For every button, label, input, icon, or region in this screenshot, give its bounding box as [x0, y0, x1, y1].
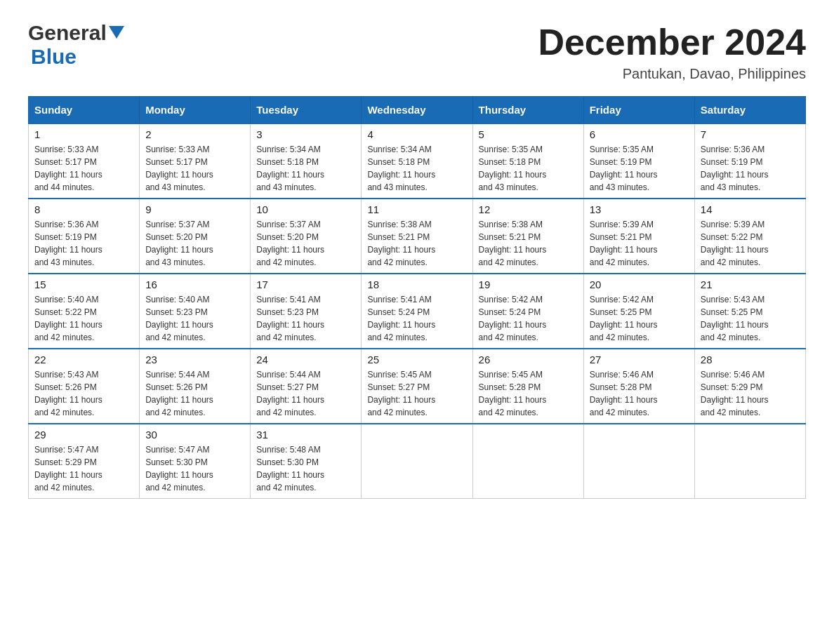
calendar-day-7: 7Sunrise: 5:36 AMSunset: 5:19 PMDaylight…	[694, 123, 805, 199]
logo-blue-text: Blue	[28, 45, 77, 68]
day-info: Sunrise: 5:34 AMSunset: 5:18 PMDaylight:…	[256, 143, 355, 194]
location-text: Pantukan, Davao, Philippines	[538, 66, 806, 82]
day-number: 14	[701, 203, 800, 215]
day-info: Sunrise: 5:33 AMSunset: 5:17 PMDaylight:…	[34, 143, 133, 194]
calendar-day-22: 22Sunrise: 5:43 AMSunset: 5:26 PMDayligh…	[29, 349, 140, 424]
day-number: 17	[256, 279, 355, 290]
day-info: Sunrise: 5:42 AMSunset: 5:25 PMDaylight:…	[590, 293, 689, 344]
day-info: Sunrise: 5:36 AMSunset: 5:19 PMDaylight:…	[701, 143, 800, 194]
day-number: 23	[145, 354, 244, 365]
calendar-day-13: 13Sunrise: 5:39 AMSunset: 5:21 PMDayligh…	[583, 199, 694, 274]
day-number: 25	[367, 354, 466, 365]
day-number: 2	[145, 128, 244, 140]
day-number: 22	[34, 354, 133, 365]
day-number: 18	[367, 279, 466, 290]
calendar-day-6: 6Sunrise: 5:35 AMSunset: 5:19 PMDaylight…	[583, 123, 694, 199]
day-number: 13	[590, 203, 689, 215]
calendar-week-row-5: 29Sunrise: 5:47 AMSunset: 5:29 PMDayligh…	[29, 424, 806, 499]
day-number: 4	[367, 128, 466, 140]
calendar-day-2: 2Sunrise: 5:33 AMSunset: 5:17 PMDaylight…	[140, 123, 251, 199]
day-info: Sunrise: 5:46 AMSunset: 5:28 PMDaylight:…	[590, 368, 689, 419]
calendar-empty-cell	[362, 424, 472, 499]
day-info: Sunrise: 5:47 AMSunset: 5:29 PMDaylight:…	[34, 443, 133, 494]
calendar-empty-cell	[694, 424, 805, 499]
calendar-day-5: 5Sunrise: 5:35 AMSunset: 5:18 PMDaylight…	[472, 123, 583, 199]
day-number: 8	[34, 203, 133, 215]
calendar-header-sunday: Sunday	[29, 97, 140, 124]
day-number: 28	[701, 354, 800, 365]
day-number: 21	[701, 279, 800, 290]
day-info: Sunrise: 5:41 AMSunset: 5:24 PMDaylight:…	[367, 293, 466, 344]
day-number: 12	[479, 203, 578, 215]
calendar-week-row-2: 8Sunrise: 5:36 AMSunset: 5:19 PMDaylight…	[29, 199, 806, 274]
day-info: Sunrise: 5:39 AMSunset: 5:22 PMDaylight:…	[701, 218, 800, 269]
calendar-day-4: 4Sunrise: 5:34 AMSunset: 5:18 PMDaylight…	[362, 123, 472, 199]
day-number: 11	[367, 203, 466, 215]
day-number: 15	[34, 279, 133, 290]
svg-marker-0	[109, 26, 124, 39]
day-info: Sunrise: 5:38 AMSunset: 5:21 PMDaylight:…	[367, 218, 466, 269]
calendar-table: SundayMondayTuesdayWednesdayThursdayFrid…	[28, 96, 806, 499]
calendar-day-27: 27Sunrise: 5:46 AMSunset: 5:28 PMDayligh…	[583, 349, 694, 424]
calendar-day-1: 1Sunrise: 5:33 AMSunset: 5:17 PMDaylight…	[29, 123, 140, 199]
calendar-day-17: 17Sunrise: 5:41 AMSunset: 5:23 PMDayligh…	[251, 274, 362, 349]
day-info: Sunrise: 5:46 AMSunset: 5:29 PMDaylight:…	[701, 368, 800, 419]
day-info: Sunrise: 5:37 AMSunset: 5:20 PMDaylight:…	[256, 218, 355, 269]
day-number: 3	[256, 128, 355, 140]
day-info: Sunrise: 5:47 AMSunset: 5:30 PMDaylight:…	[145, 443, 244, 494]
day-number: 30	[145, 429, 244, 441]
day-number: 19	[479, 279, 578, 290]
day-number: 20	[590, 279, 689, 290]
day-info: Sunrise: 5:39 AMSunset: 5:21 PMDaylight:…	[590, 218, 689, 269]
page-header: General Blue December 2024 Pantukan, Dav…	[28, 21, 806, 82]
calendar-day-18: 18Sunrise: 5:41 AMSunset: 5:24 PMDayligh…	[362, 274, 472, 349]
calendar-day-20: 20Sunrise: 5:42 AMSunset: 5:25 PMDayligh…	[583, 274, 694, 349]
calendar-day-12: 12Sunrise: 5:38 AMSunset: 5:21 PMDayligh…	[472, 199, 583, 274]
calendar-day-9: 9Sunrise: 5:37 AMSunset: 5:20 PMDaylight…	[140, 199, 251, 274]
day-info: Sunrise: 5:48 AMSunset: 5:30 PMDaylight:…	[256, 443, 355, 494]
calendar-empty-cell	[472, 424, 583, 499]
calendar-header-saturday: Saturday	[694, 97, 805, 124]
day-info: Sunrise: 5:42 AMSunset: 5:24 PMDaylight:…	[479, 293, 578, 344]
day-info: Sunrise: 5:38 AMSunset: 5:21 PMDaylight:…	[479, 218, 578, 269]
calendar-day-19: 19Sunrise: 5:42 AMSunset: 5:24 PMDayligh…	[472, 274, 583, 349]
day-number: 16	[145, 279, 244, 290]
calendar-empty-cell	[583, 424, 694, 499]
day-number: 10	[256, 203, 355, 215]
day-info: Sunrise: 5:44 AMSunset: 5:27 PMDaylight:…	[256, 368, 355, 419]
calendar-header-friday: Friday	[583, 97, 694, 124]
calendar-day-10: 10Sunrise: 5:37 AMSunset: 5:20 PMDayligh…	[251, 199, 362, 274]
day-info: Sunrise: 5:43 AMSunset: 5:26 PMDaylight:…	[34, 368, 133, 419]
calendar-header-wednesday: Wednesday	[362, 97, 472, 124]
calendar-day-23: 23Sunrise: 5:44 AMSunset: 5:26 PMDayligh…	[140, 349, 251, 424]
calendar-day-31: 31Sunrise: 5:48 AMSunset: 5:30 PMDayligh…	[251, 424, 362, 499]
calendar-day-25: 25Sunrise: 5:45 AMSunset: 5:27 PMDayligh…	[362, 349, 472, 424]
day-info: Sunrise: 5:34 AMSunset: 5:18 PMDaylight:…	[367, 143, 466, 194]
day-info: Sunrise: 5:45 AMSunset: 5:27 PMDaylight:…	[367, 368, 466, 419]
day-number: 1	[34, 128, 133, 140]
day-info: Sunrise: 5:35 AMSunset: 5:19 PMDaylight:…	[590, 143, 689, 194]
month-title: December 2024	[538, 21, 806, 63]
day-info: Sunrise: 5:41 AMSunset: 5:23 PMDaylight:…	[256, 293, 355, 344]
day-info: Sunrise: 5:40 AMSunset: 5:23 PMDaylight:…	[145, 293, 244, 344]
day-number: 26	[479, 354, 578, 365]
day-info: Sunrise: 5:40 AMSunset: 5:22 PMDaylight:…	[34, 293, 133, 344]
calendar-week-row-4: 22Sunrise: 5:43 AMSunset: 5:26 PMDayligh…	[29, 349, 806, 424]
calendar-header-monday: Monday	[140, 97, 251, 124]
day-number: 7	[701, 128, 800, 140]
calendar-week-row-3: 15Sunrise: 5:40 AMSunset: 5:22 PMDayligh…	[29, 274, 806, 349]
calendar-day-26: 26Sunrise: 5:45 AMSunset: 5:28 PMDayligh…	[472, 349, 583, 424]
calendar-day-30: 30Sunrise: 5:47 AMSunset: 5:30 PMDayligh…	[140, 424, 251, 499]
logo-triangle-icon	[109, 26, 124, 41]
calendar-day-28: 28Sunrise: 5:46 AMSunset: 5:29 PMDayligh…	[694, 349, 805, 424]
day-info: Sunrise: 5:33 AMSunset: 5:17 PMDaylight:…	[145, 143, 244, 194]
calendar-day-15: 15Sunrise: 5:40 AMSunset: 5:22 PMDayligh…	[29, 274, 140, 349]
logo-general-text: General	[28, 21, 107, 45]
day-info: Sunrise: 5:45 AMSunset: 5:28 PMDaylight:…	[479, 368, 578, 419]
calendar-header-row: SundayMondayTuesdayWednesdayThursdayFrid…	[29, 97, 806, 124]
day-number: 27	[590, 354, 689, 365]
calendar-day-3: 3Sunrise: 5:34 AMSunset: 5:18 PMDaylight…	[251, 123, 362, 199]
day-info: Sunrise: 5:44 AMSunset: 5:26 PMDaylight:…	[145, 368, 244, 419]
calendar-day-8: 8Sunrise: 5:36 AMSunset: 5:19 PMDaylight…	[29, 199, 140, 274]
day-info: Sunrise: 5:36 AMSunset: 5:19 PMDaylight:…	[34, 218, 133, 269]
